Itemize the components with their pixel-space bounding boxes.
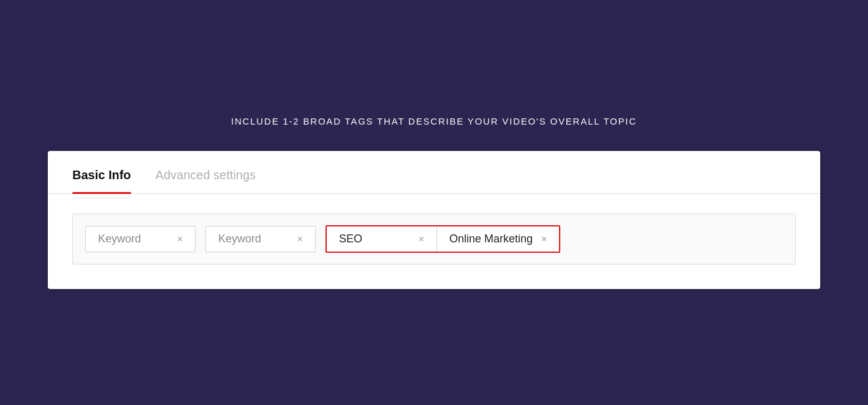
keywords-row: Keyword × Keyword × SEO × Online Marketi… xyxy=(72,214,796,264)
keyword-tag-2[interactable]: Keyword × xyxy=(205,226,316,252)
close-icon-2[interactable]: × xyxy=(297,234,303,244)
keyword-tag-3[interactable]: SEO × xyxy=(327,226,437,252)
highlighted-keywords-group: SEO × Online Marketing × xyxy=(326,225,560,253)
tab-advanced-settings[interactable]: Advanced settings xyxy=(156,151,256,193)
keyword-value-1: Keyword xyxy=(98,233,169,245)
keyword-value-2: Keyword xyxy=(218,233,289,245)
close-icon-3[interactable]: × xyxy=(419,234,424,244)
tabs-bar: Basic Info Advanced settings xyxy=(48,151,820,194)
keyword-tag-4[interactable]: Online Marketing × xyxy=(437,226,559,252)
keyword-value-3: SEO xyxy=(339,233,410,245)
card-body: Keyword × Keyword × SEO × Online Marketi… xyxy=(48,194,820,289)
page-header: INCLUDE 1-2 BROAD TAGS THAT DESCRIBE YOU… xyxy=(231,116,637,126)
tab-basic-info[interactable]: Basic Info xyxy=(72,151,131,193)
keyword-tag-1[interactable]: Keyword × xyxy=(85,226,196,252)
card: Basic Info Advanced settings Keyword × K… xyxy=(48,151,820,289)
close-icon-1[interactable]: × xyxy=(177,234,183,244)
keyword-value-4: Online Marketing xyxy=(449,233,533,245)
close-icon-4[interactable]: × xyxy=(541,234,547,244)
